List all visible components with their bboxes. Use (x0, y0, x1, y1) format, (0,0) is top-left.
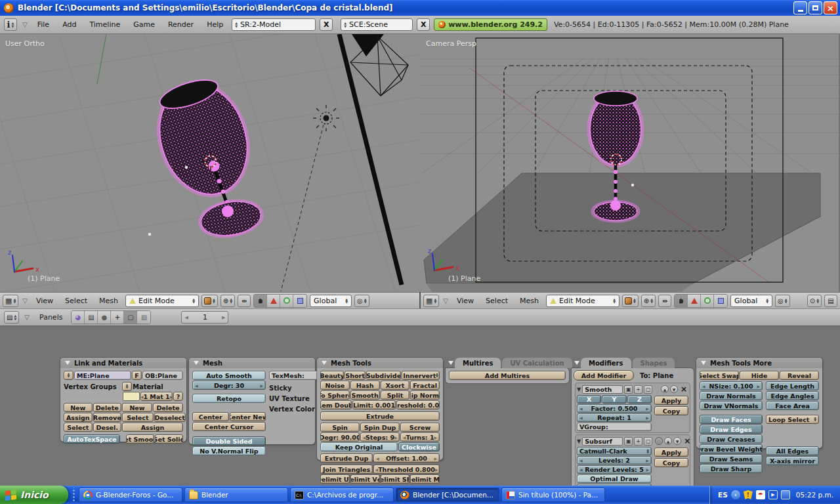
menu-view[interactable]: View (452, 297, 478, 305)
draw-bevel-weights-toggle[interactable]: Draw Bevel Weights (700, 444, 763, 453)
center-cursor-button[interactable]: Center Cursor (192, 422, 266, 431)
tab-multires[interactable]: Multires (455, 358, 501, 368)
modifier-expand-icon[interactable]: ▼ (577, 438, 581, 444)
restore-button[interactable] (808, 1, 822, 14)
modifier-delete-button[interactable]: × (679, 385, 688, 394)
material-assign-button[interactable]: Assign (122, 423, 183, 432)
threshold-slider[interactable]: Threshold: 0.010 (396, 400, 440, 410)
beauty-toggle[interactable]: Beauty (320, 371, 344, 380)
panel-collapse-icon[interactable] (574, 361, 579, 365)
subsurf-levels-slider[interactable]: Levels: 2 (577, 456, 652, 465)
panel-collapse-icon[interactable] (322, 361, 327, 365)
add-multires-button[interactable]: Add Multires (449, 371, 566, 380)
scene-selector[interactable]: SCE:Scene (341, 18, 413, 31)
material-select-button[interactable]: Select (122, 413, 154, 422)
viewport-type-button[interactable]: ▦ (423, 295, 439, 307)
subsurf-render-levels-slider[interactable]: Render Levels: 5 (577, 465, 652, 474)
tab-uv-calculation[interactable]: UV Calculation (502, 358, 572, 368)
subsurf-copy-button[interactable]: Copy (654, 458, 688, 467)
editing-context-icon[interactable]: ▢ (124, 311, 137, 324)
noise-button[interactable]: Noise (320, 381, 350, 390)
draw-edges-toggle[interactable]: Draw Edges (700, 425, 763, 434)
extrude-button[interactable]: Extrude (320, 411, 440, 421)
draw-type-button[interactable] (201, 295, 218, 307)
viewport-canvas-left[interactable]: x z (0, 34, 421, 292)
manipulator-mode-button[interactable]: ⇹ (658, 295, 671, 307)
rotate-manipulator-icon[interactable] (280, 295, 293, 307)
split-button[interactable]: Split (381, 390, 410, 400)
header-menu-button[interactable]: ▤ (824, 295, 837, 307)
draw-sharp-toggle[interactable]: Draw Sharp (700, 464, 763, 473)
shading-context-icon[interactable]: ● (98, 311, 111, 324)
hand-icon[interactable] (675, 295, 688, 307)
taskbar-task-cmd[interactable]: C:\Archivos de progr... (290, 488, 394, 502)
tab-modifiers[interactable]: Modifiers (581, 358, 631, 368)
modifier-delete-button[interactable]: × (682, 436, 692, 446)
vgroup-remove-button[interactable]: Remove (93, 413, 122, 422)
modifier-edit-icon[interactable]: + (634, 385, 642, 394)
modifier-expand-icon[interactable]: ▼ (577, 387, 581, 392)
draw-normals-toggle[interactable]: Draw Normals (700, 391, 763, 400)
center-new-button[interactable]: Center New (230, 412, 266, 421)
scale-manipulator-icon[interactable] (714, 295, 727, 307)
retopo-toggle[interactable]: Retopo (192, 394, 266, 403)
viewport-type-button[interactable]: ▦ (3, 295, 18, 307)
material-color-swatch[interactable] (123, 392, 140, 401)
modifier-up-button[interactable]: ▲ (664, 437, 672, 445)
window-type-button[interactable]: i (4, 18, 17, 31)
taskbar-task-paint[interactable]: Sin título (100%) - Pa... (501, 488, 605, 502)
material-new-button[interactable]: New (122, 403, 152, 412)
modifier-down-button[interactable]: ▼ (673, 437, 681, 445)
pivot-button[interactable]: ⊕ (641, 295, 656, 307)
header-collapse-icon[interactable]: ▽ (23, 314, 31, 321)
material-browse-button[interactable] (122, 382, 132, 391)
edge-angles-toggle[interactable]: Edge Angles (766, 391, 819, 400)
spin-button[interactable]: Spin (320, 423, 360, 432)
delimit-sha-toggle[interactable]: Delimit Sha (381, 474, 410, 484)
version-button[interactable]: www.blender.org 249.2 (434, 18, 547, 31)
auto-smooth-toggle[interactable]: Auto Smooth (192, 371, 266, 380)
modifier-name-field[interactable]: Smooth (582, 385, 623, 394)
modifier-down-button[interactable]: ▼ (670, 385, 678, 393)
hand-icon[interactable] (254, 295, 267, 307)
manipulator-mode-button[interactable]: ⇹ (238, 295, 251, 307)
draw-vnormals-toggle[interactable]: Draw VNormals (700, 401, 763, 410)
menu-help[interactable]: Help (202, 20, 228, 29)
select-swap-button[interactable]: Select Swap (700, 371, 739, 380)
security-shield-icon[interactable]: ! (744, 490, 753, 499)
smooth-x-toggle[interactable]: X (577, 395, 601, 404)
smooth-vgroup-field[interactable]: VGroup: (577, 423, 652, 431)
subsurf-uv-toggle[interactable]: Subsurf UV (577, 484, 652, 486)
orientation-dropdown[interactable]: Global (730, 295, 772, 307)
autotexspace-toggle[interactable]: AutoTexSpace (64, 434, 120, 444)
menu-select[interactable]: Select (60, 297, 92, 305)
window-type-button[interactable]: ▤ (4, 311, 19, 324)
x-axis-mirror-toggle[interactable]: X-axis mirror (766, 456, 819, 465)
no-vnormal-flip-toggle[interactable]: No V.Normal Flip (192, 446, 266, 455)
tab-shapes[interactable]: Shapes (633, 358, 675, 368)
fake-user-button[interactable]: F (132, 371, 142, 380)
double-sided-toggle[interactable]: Double Sided (192, 436, 266, 446)
proportional-edit-button[interactable]: ◎ (354, 295, 369, 307)
logic-context-icon[interactable]: ◕ (72, 311, 85, 324)
menu-add[interactable]: Add (58, 20, 81, 29)
language-indicator[interactable]: ES (718, 491, 728, 499)
draw-creases-toggle[interactable]: Draw Creases (700, 434, 763, 444)
optimal-draw-toggle[interactable]: Optimal Draw (577, 474, 652, 483)
rotate-manipulator-icon[interactable] (701, 295, 714, 307)
panels-menu[interactable]: Panels (35, 313, 67, 322)
clock[interactable]: 05:22 p.m. (796, 491, 833, 499)
media-player-icon[interactable]: ▶ (768, 490, 778, 499)
subsurf-type-dropdown[interactable]: Catmull-Clark (577, 447, 652, 455)
screen-delete-button[interactable]: X (320, 18, 333, 31)
scene-delete-button[interactable]: X (417, 18, 430, 31)
draw-type-button[interactable] (622, 295, 639, 307)
menu-view[interactable]: View (32, 297, 58, 305)
script-context-icon[interactable]: ▤ (85, 311, 98, 324)
antivirus-icon[interactable]: ☂ (756, 490, 765, 499)
delimit-uv-toggle[interactable]: Delimit UV (320, 474, 350, 484)
center-button[interactable]: Center (192, 412, 229, 421)
subdivide-button[interactable]: Subdivide (366, 371, 401, 380)
offset-slider[interactable]: Offset: 1.00 (373, 453, 440, 463)
smooth-copy-button[interactable]: Copy (654, 406, 688, 415)
